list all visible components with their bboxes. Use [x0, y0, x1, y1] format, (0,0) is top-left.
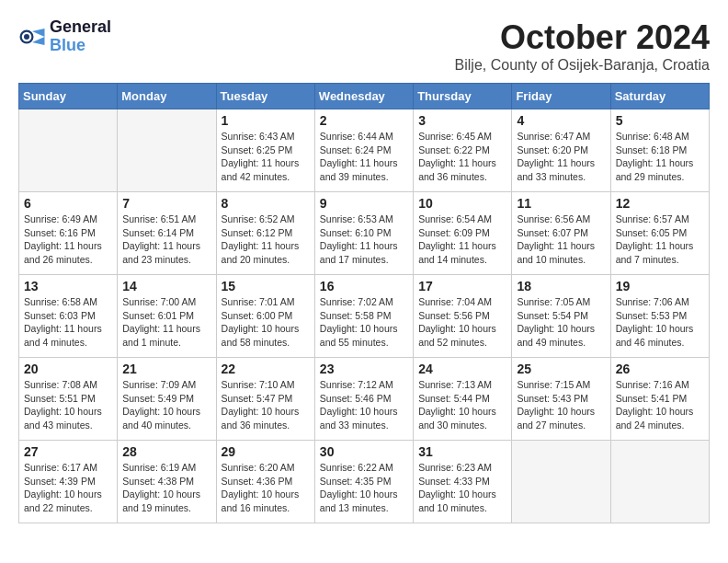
day-number: 31 [418, 444, 506, 459]
calendar-cell: 28Sunrise: 6:19 AM Sunset: 4:38 PM Dayli… [118, 441, 216, 523]
day-number: 12 [616, 196, 704, 211]
logo-general: General [50, 18, 111, 37]
week-row-4: 20Sunrise: 7:08 AM Sunset: 5:51 PM Dayli… [19, 358, 710, 441]
calendar-cell: 14Sunrise: 7:00 AM Sunset: 6:01 PM Dayli… [118, 275, 216, 358]
svg-marker-3 [32, 29, 45, 37]
calendar-cell: 25Sunrise: 7:15 AM Sunset: 5:43 PM Dayli… [512, 358, 610, 441]
weekday-header-thursday: Thursday [414, 84, 512, 109]
calendar-table: SundayMondayTuesdayWednesdayThursdayFrid… [18, 83, 710, 523]
day-info: Sunrise: 7:13 AM Sunset: 5:44 PM Dayligh… [418, 378, 506, 432]
day-info: Sunrise: 6:52 AM Sunset: 6:12 PM Dayligh… [222, 213, 310, 267]
calendar-cell: 4Sunrise: 6:47 AM Sunset: 6:20 PM Daylig… [512, 109, 610, 192]
calendar-cell [19, 109, 118, 192]
weekday-header-row: SundayMondayTuesdayWednesdayThursdayFrid… [19, 84, 710, 109]
day-info: Sunrise: 6:45 AM Sunset: 6:22 PM Dayligh… [418, 130, 506, 184]
calendar-cell: 13Sunrise: 6:58 AM Sunset: 6:03 PM Dayli… [19, 275, 118, 358]
day-info: Sunrise: 6:44 AM Sunset: 6:24 PM Dayligh… [320, 130, 408, 184]
day-number: 23 [320, 362, 408, 376]
day-number: 18 [517, 279, 605, 293]
day-number: 2 [320, 113, 408, 128]
day-number: 27 [24, 444, 112, 459]
day-number: 13 [24, 279, 112, 293]
day-number: 21 [122, 362, 210, 376]
day-number: 16 [320, 279, 408, 293]
day-number: 10 [418, 196, 506, 211]
weekday-header-wednesday: Wednesday [314, 84, 413, 109]
week-row-1: 1Sunrise: 6:43 AM Sunset: 6:25 PM Daylig… [19, 109, 710, 192]
calendar-cell: 10Sunrise: 6:54 AM Sunset: 6:09 PM Dayli… [414, 192, 512, 275]
day-number: 19 [616, 279, 704, 293]
calendar-cell: 11Sunrise: 6:56 AM Sunset: 6:07 PM Dayli… [512, 192, 610, 275]
day-info: Sunrise: 6:47 AM Sunset: 6:20 PM Dayligh… [517, 130, 605, 184]
day-info: Sunrise: 7:06 AM Sunset: 5:53 PM Dayligh… [616, 295, 704, 350]
day-info: Sunrise: 6:19 AM Sunset: 4:38 PM Dayligh… [122, 461, 210, 515]
weekday-header-sunday: Sunday [19, 84, 118, 109]
calendar-cell: 9Sunrise: 6:53 AM Sunset: 6:10 PM Daylig… [314, 192, 413, 275]
day-number: 26 [616, 362, 704, 376]
day-info: Sunrise: 6:56 AM Sunset: 6:07 PM Dayligh… [517, 213, 605, 267]
calendar-cell [610, 441, 709, 523]
weekday-header-monday: Monday [118, 84, 216, 109]
calendar-cell: 15Sunrise: 7:01 AM Sunset: 6:00 PM Dayli… [216, 275, 314, 358]
day-number: 17 [418, 279, 506, 293]
logo-text: General Blue [50, 18, 111, 55]
weekday-header-tuesday: Tuesday [216, 84, 314, 109]
day-info: Sunrise: 6:48 AM Sunset: 6:18 PM Dayligh… [616, 130, 704, 184]
day-number: 28 [122, 444, 210, 459]
day-number: 14 [122, 279, 210, 293]
calendar-cell: 26Sunrise: 7:16 AM Sunset: 5:41 PM Dayli… [610, 358, 709, 441]
day-number: 11 [517, 196, 605, 211]
calendar-cell: 18Sunrise: 7:05 AM Sunset: 5:54 PM Dayli… [512, 275, 610, 358]
calendar-cell: 5Sunrise: 6:48 AM Sunset: 6:18 PM Daylig… [610, 109, 709, 192]
calendar-cell: 7Sunrise: 6:51 AM Sunset: 6:14 PM Daylig… [118, 192, 216, 275]
calendar-cell: 30Sunrise: 6:22 AM Sunset: 4:35 PM Dayli… [314, 441, 413, 523]
day-info: Sunrise: 7:12 AM Sunset: 5:46 PM Dayligh… [320, 378, 408, 432]
day-number: 24 [418, 362, 506, 376]
title-area: October 2024 Bilje, County of Osijek-Bar… [455, 18, 710, 74]
day-number: 5 [616, 113, 704, 128]
day-info: Sunrise: 7:02 AM Sunset: 5:58 PM Dayligh… [320, 295, 408, 350]
day-info: Sunrise: 7:15 AM Sunset: 5:43 PM Dayligh… [517, 378, 605, 432]
calendar-cell: 16Sunrise: 7:02 AM Sunset: 5:58 PM Dayli… [314, 275, 413, 358]
week-row-5: 27Sunrise: 6:17 AM Sunset: 4:39 PM Dayli… [19, 441, 710, 523]
day-info: Sunrise: 6:51 AM Sunset: 6:14 PM Dayligh… [122, 213, 210, 267]
logo-icon [18, 23, 46, 51]
weekday-header-saturday: Saturday [610, 84, 709, 109]
day-number: 6 [24, 196, 112, 211]
day-info: Sunrise: 7:16 AM Sunset: 5:41 PM Dayligh… [616, 378, 704, 432]
calendar-cell: 1Sunrise: 6:43 AM Sunset: 6:25 PM Daylig… [216, 109, 314, 192]
month-title: October 2024 [455, 18, 710, 57]
logo-blue: Blue [50, 37, 111, 55]
calendar-cell: 6Sunrise: 6:49 AM Sunset: 6:16 PM Daylig… [19, 192, 118, 275]
calendar-cell: 21Sunrise: 7:09 AM Sunset: 5:49 PM Dayli… [118, 358, 216, 441]
day-info: Sunrise: 6:22 AM Sunset: 4:35 PM Dayligh… [320, 461, 408, 515]
day-number: 8 [222, 196, 310, 211]
day-info: Sunrise: 7:10 AM Sunset: 5:47 PM Dayligh… [222, 378, 310, 432]
calendar-cell: 2Sunrise: 6:44 AM Sunset: 6:24 PM Daylig… [314, 109, 413, 192]
day-info: Sunrise: 7:08 AM Sunset: 5:51 PM Dayligh… [24, 378, 112, 432]
page-header: General Blue October 2024 Bilje, County … [18, 18, 710, 74]
calendar-cell [512, 441, 610, 523]
calendar-cell: 23Sunrise: 7:12 AM Sunset: 5:46 PM Dayli… [314, 358, 413, 441]
calendar-cell: 27Sunrise: 6:17 AM Sunset: 4:39 PM Dayli… [19, 441, 118, 523]
svg-point-2 [24, 34, 29, 40]
day-info: Sunrise: 6:49 AM Sunset: 6:16 PM Dayligh… [24, 213, 112, 267]
day-info: Sunrise: 6:43 AM Sunset: 6:25 PM Dayligh… [222, 130, 310, 184]
calendar-cell: 3Sunrise: 6:45 AM Sunset: 6:22 PM Daylig… [414, 109, 512, 192]
day-info: Sunrise: 7:05 AM Sunset: 5:54 PM Dayligh… [517, 295, 605, 350]
calendar-cell: 20Sunrise: 7:08 AM Sunset: 5:51 PM Dayli… [19, 358, 118, 441]
day-info: Sunrise: 6:20 AM Sunset: 4:36 PM Dayligh… [222, 461, 310, 515]
day-info: Sunrise: 6:57 AM Sunset: 6:05 PM Dayligh… [616, 213, 704, 267]
calendar-cell [118, 109, 216, 192]
day-info: Sunrise: 7:09 AM Sunset: 5:49 PM Dayligh… [122, 378, 210, 432]
day-info: Sunrise: 7:00 AM Sunset: 6:01 PM Dayligh… [122, 295, 210, 350]
day-number: 9 [320, 196, 408, 211]
weekday-header-friday: Friday [512, 84, 610, 109]
day-number: 20 [24, 362, 112, 376]
day-number: 7 [122, 196, 210, 211]
calendar-cell: 29Sunrise: 6:20 AM Sunset: 4:36 PM Dayli… [216, 441, 314, 523]
calendar-cell: 8Sunrise: 6:52 AM Sunset: 6:12 PM Daylig… [216, 192, 314, 275]
calendar-cell: 17Sunrise: 7:04 AM Sunset: 5:56 PM Dayli… [414, 275, 512, 358]
calendar-cell: 19Sunrise: 7:06 AM Sunset: 5:53 PM Dayli… [610, 275, 709, 358]
day-info: Sunrise: 6:58 AM Sunset: 6:03 PM Dayligh… [24, 295, 112, 350]
